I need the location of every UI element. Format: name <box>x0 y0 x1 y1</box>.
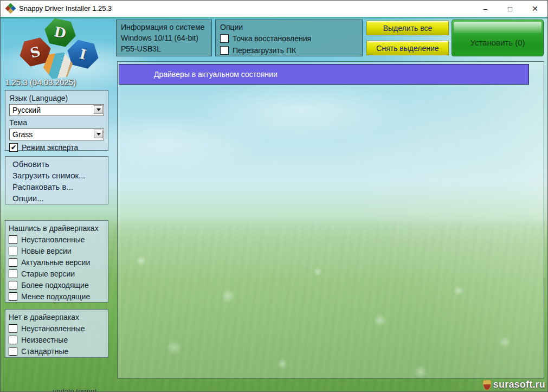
sdi-logo: D S I <box>15 18 98 79</box>
theme-select-value: Grass <box>12 130 33 139</box>
window-title: Snappy Driver Installer 1.25.3 <box>19 4 112 12</box>
clipped-status-text: update torrent <box>53 387 96 392</box>
filter-label: Неустановленные <box>21 324 85 333</box>
found-in-driverpacks-panel: Нашлись в драйверпаках Неустановленные Н… <box>5 220 108 303</box>
filter-row: Неустановленные <box>9 323 105 334</box>
theme-select[interactable]: Grass <box>9 128 104 140</box>
not-in-driverpacks-panel: Нет в драйверпаках Неустановленные Неизв… <box>5 309 108 358</box>
theme-label: Тема <box>9 117 104 128</box>
install-button-label: Установить (0) <box>470 38 525 47</box>
install-button[interactable]: Установить (0) <box>452 20 544 56</box>
reboot-pc-checkbox[interactable] <box>220 46 229 55</box>
reboot-pc-label: Перезагрузить ПК <box>233 46 296 55</box>
system-info-panel: Информация о системе Windows 10/11 (64-b… <box>116 20 212 56</box>
filter-label: Более подходящие <box>21 281 89 290</box>
restore-point-label: Точка восстановления <box>233 34 311 43</box>
filter-row: Более подходящие <box>9 279 105 291</box>
expert-mode-checkbox[interactable]: ✔ <box>9 143 18 152</box>
filter-label: Менее подходящие <box>21 292 90 301</box>
filter-row: Стандартные <box>9 345 105 357</box>
filter-better-match-checkbox[interactable] <box>9 281 17 290</box>
system-info-os: Windows 10/11 (64-bit) <box>121 33 207 43</box>
option-row: Перезагрузить ПК <box>220 44 358 56</box>
language-select-arrow-button[interactable] <box>94 105 103 114</box>
filter-row: Неизвестные <box>9 334 105 345</box>
filter-label: Неизвестные <box>21 336 68 344</box>
system-info-motherboard: P55-USB3L <box>121 43 207 54</box>
select-all-button[interactable]: Выделить все <box>366 21 449 35</box>
maximize-button[interactable]: □ <box>498 1 523 17</box>
filter-newer-versions-checkbox[interactable] <box>9 247 17 255</box>
filter-label: Стандартные <box>21 347 68 356</box>
close-button[interactable]: ✕ <box>523 1 547 17</box>
options-panel: Опции Точка восстановления Перезагрузить… <box>215 20 363 56</box>
found-panel-title: Нашлись в драйверпаках <box>9 223 105 234</box>
option-row: Точка восстановления <box>220 33 358 44</box>
restore-point-checkbox[interactable] <box>220 34 229 43</box>
watermark: surasoft.ru <box>483 379 545 390</box>
expert-mode-row: ✔ Режим эксперта <box>9 142 104 153</box>
tools-menu-panel: Обновить Загрузить снимок... Распаковать… <box>5 156 108 204</box>
watermark-text: surasoft.ru <box>493 379 545 390</box>
install-button-gloss <box>454 22 541 33</box>
filter-standard-checkbox[interactable] <box>9 347 17 356</box>
chevron-down-icon <box>96 133 101 136</box>
app-window: Snappy Driver Installer 1.25.3 – □ ✕ Дра… <box>0 0 548 392</box>
filter-not-installed-checkbox[interactable] <box>9 235 17 244</box>
menu-item-update[interactable]: Обновить <box>5 158 108 170</box>
filter-label: Новые версии <box>21 247 72 255</box>
options-title: Опции <box>220 22 358 33</box>
filter-old-versions-checkbox[interactable] <box>9 269 17 278</box>
language-theme-panel: Язык (Language) Русский Тема Grass ✔ Реж… <box>5 90 108 151</box>
system-info-title: Информация о системе <box>121 22 207 33</box>
filter-row: Новые версии <box>9 245 105 256</box>
language-select-value: Русский <box>12 106 41 114</box>
driver-list-area: Драйверы в актуальном состоянии <box>117 61 544 378</box>
menu-item-unpack-to[interactable]: Распаковать в... <box>5 181 108 192</box>
minimize-button[interactable]: – <box>473 1 498 17</box>
filter-label: Актуальные версии <box>21 258 90 267</box>
deselect-all-button[interactable]: Снять выделение <box>366 41 449 55</box>
language-label: Язык (Language) <box>9 93 104 104</box>
titlebar: Snappy Driver Installer 1.25.3 – □ ✕ <box>1 1 547 17</box>
filter-unknown-checkbox[interactable] <box>9 336 17 344</box>
missing-panel-title: Нет в драйверпаках <box>9 312 105 323</box>
version-text: 1.25.3 (04.03.2025) <box>5 78 76 87</box>
filter-label: Неустановленные <box>21 235 85 244</box>
app-icon <box>5 4 15 14</box>
filter-label: Старые версии <box>21 269 75 278</box>
menu-item-load-snapshot[interactable]: Загрузить снимок... <box>5 170 108 181</box>
filter-row: Актуальные версии <box>9 256 105 268</box>
filter-row: Менее подходящие <box>9 291 105 302</box>
filter-worse-match-checkbox[interactable] <box>9 292 17 301</box>
expert-mode-label: Режим эксперта <box>22 143 78 152</box>
drivers-up-to-date-banner: Драйверы в актуальном состоянии <box>119 64 529 85</box>
coat-of-arms-icon <box>483 380 491 390</box>
filter-missing-not-installed-checkbox[interactable] <box>9 324 17 333</box>
menu-item-options[interactable]: Опции... <box>5 192 108 204</box>
chevron-down-icon <box>96 108 101 111</box>
filter-row: Старые версии <box>9 268 105 279</box>
filter-row: Неустановленные <box>9 234 105 245</box>
theme-select-arrow-button[interactable] <box>94 130 103 138</box>
language-select[interactable]: Русский <box>9 104 104 116</box>
filter-current-versions-checkbox[interactable] <box>9 258 17 267</box>
